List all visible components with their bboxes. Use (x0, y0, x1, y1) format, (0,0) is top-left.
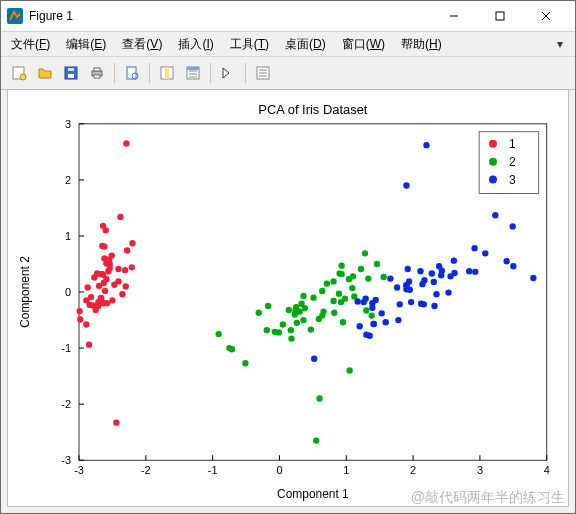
save-button[interactable] (59, 61, 83, 85)
svg-point-59 (489, 176, 497, 184)
svg-rect-16 (165, 67, 169, 79)
toolbar (1, 57, 575, 90)
minimize-button[interactable] (431, 1, 477, 31)
data-point (509, 223, 515, 229)
data-point (103, 276, 109, 282)
menu-f[interactable]: 文件(F) (7, 34, 54, 55)
menu-w[interactable]: 窗口(W) (338, 34, 389, 55)
data-point (242, 360, 248, 366)
data-point (369, 305, 375, 311)
data-point (88, 294, 94, 300)
titlebar: Figure 1 (1, 1, 575, 32)
svg-rect-2 (496, 12, 504, 20)
data-point (324, 280, 330, 286)
new-figure-button[interactable] (7, 61, 31, 85)
print-preview-button[interactable] (120, 61, 144, 85)
data-point (104, 300, 110, 306)
menu-t[interactable]: 工具(T) (226, 34, 273, 55)
data-point (373, 297, 379, 303)
toolbar-separator (114, 63, 115, 83)
data-point (331, 310, 337, 316)
data-point (286, 307, 292, 313)
data-point (76, 308, 82, 314)
data-point (313, 437, 319, 443)
toolbar-separator (210, 63, 211, 83)
data-point (122, 267, 128, 273)
data-point (117, 214, 123, 220)
svg-point-58 (489, 158, 497, 166)
data-point (320, 308, 326, 314)
print-button[interactable] (85, 61, 109, 85)
data-point (338, 299, 344, 305)
data-point (530, 275, 536, 281)
data-point (466, 268, 472, 274)
menu-e[interactable]: 编辑(E) (62, 34, 110, 55)
data-point (423, 142, 429, 148)
window-title: Figure 1 (29, 9, 431, 23)
data-point (129, 240, 135, 246)
data-point (85, 284, 91, 290)
svg-rect-8 (68, 74, 74, 78)
data-point (302, 305, 308, 311)
matlab-icon (7, 8, 23, 24)
data-point (362, 296, 368, 302)
menu-d[interactable]: 桌面(D) (281, 34, 330, 55)
data-point (98, 295, 104, 301)
property-inspector-button[interactable] (251, 61, 275, 85)
menu-v[interactable]: 查看(V) (118, 34, 166, 55)
data-point (310, 294, 316, 300)
chart-title: PCA of Iris Dataset (258, 102, 368, 117)
data-point (330, 278, 336, 284)
edit-plot-button[interactable] (216, 61, 240, 85)
data-point (272, 329, 278, 335)
menubar: 文件(F)编辑(E)查看(V)插入(I)工具(T)桌面(D)窗口(W)帮助(H)… (1, 32, 575, 57)
data-point (102, 288, 108, 294)
data-point (403, 282, 409, 288)
data-point (346, 367, 352, 373)
svg-text:-1: -1 (208, 464, 218, 476)
svg-point-57 (489, 140, 497, 148)
svg-text:-2: -2 (61, 398, 71, 410)
data-point (431, 279, 437, 285)
data-point (374, 261, 380, 267)
data-point (510, 263, 516, 269)
data-point (123, 283, 129, 289)
legend-entry: 3 (509, 173, 516, 187)
toolbar-separator (149, 63, 150, 83)
data-point (294, 320, 300, 326)
data-point (129, 264, 135, 270)
data-point (436, 263, 442, 269)
data-point (383, 319, 389, 325)
data-point (362, 250, 368, 256)
data-point (96, 283, 102, 289)
data-point (103, 227, 109, 233)
data-point (105, 268, 111, 274)
data-point (288, 327, 294, 333)
data-point (113, 419, 119, 425)
menu-overflow-icon[interactable]: ▾ (551, 37, 569, 51)
close-button[interactable] (523, 1, 569, 31)
maximize-button[interactable] (477, 1, 523, 31)
insert-colorbar-button[interactable] (181, 61, 205, 85)
data-point (356, 323, 362, 329)
data-point (395, 317, 401, 323)
data-point (438, 272, 444, 278)
svg-text:4: 4 (544, 464, 550, 476)
data-point (119, 291, 125, 297)
svg-text:2: 2 (65, 174, 71, 186)
svg-rect-9 (68, 68, 74, 71)
data-point (91, 274, 97, 280)
data-point (316, 395, 322, 401)
link-plot-button[interactable] (155, 61, 179, 85)
menu-i[interactable]: 插入(I) (174, 34, 217, 55)
data-point (256, 310, 262, 316)
data-point (288, 335, 294, 341)
data-point (394, 284, 400, 290)
data-point (381, 274, 387, 280)
menu-h[interactable]: 帮助(H) (397, 34, 446, 55)
data-point (87, 302, 93, 308)
figure-canvas[interactable]: -3-2-101234-3-2-10123PCA of Iris Dataset… (7, 89, 569, 507)
data-point (379, 310, 385, 316)
open-button[interactable] (33, 61, 57, 85)
data-point (336, 270, 342, 276)
